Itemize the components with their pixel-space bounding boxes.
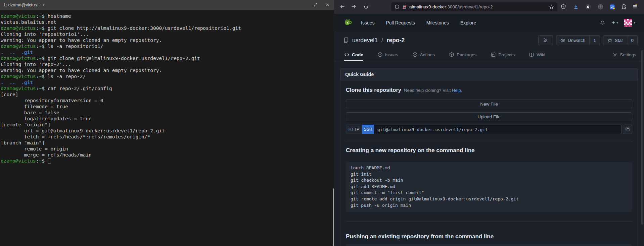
- extension-globe-icon[interactable]: [596, 2, 605, 11]
- terminal-line: dzamo@victus:~$ git clone git@almalinux9…: [1, 55, 334, 61]
- nav-item[interactable]: Pull Requests: [386, 20, 415, 25]
- tab-settings[interactable]: Settings: [612, 49, 636, 61]
- code-line: touch README.md: [351, 165, 628, 171]
- forward-icon[interactable]: [349, 2, 358, 11]
- repo-content: Quick Guide Clone this repositoryNeed he…: [334, 61, 644, 246]
- reload-icon[interactable]: [361, 2, 371, 11]
- help-prefix: Need help cloning? Visit: [404, 88, 451, 93]
- terminal-line: [remote "origin"]: [1, 122, 334, 128]
- unwatch-button[interactable]: Unwatch: [556, 35, 590, 45]
- help-link[interactable]: Help: [452, 88, 461, 93]
- star-count[interactable]: 0: [627, 35, 638, 45]
- project-board-icon: [491, 52, 496, 57]
- copy-button[interactable]: [623, 125, 632, 134]
- watch-count[interactable]: 1: [590, 35, 600, 45]
- url-host: almalinux9-docker: [409, 4, 446, 9]
- terminal-line: warning: You appear to have cloned an em…: [1, 37, 334, 43]
- tab-settings-label: Settings: [620, 52, 636, 57]
- terminal-output[interactable]: dzamo@victus:~$ hostnamevictus.balaitus.…: [0, 10, 334, 246]
- url-path: :3000/usrdevel1/repo-2: [446, 4, 493, 9]
- plus-icon: +: [611, 19, 615, 26]
- close-icon[interactable]: [323, 0, 332, 9]
- back-icon[interactable]: [338, 2, 347, 11]
- clone-url-input[interactable]: [374, 125, 622, 134]
- repo-owner-link[interactable]: usrdevel1: [352, 37, 378, 44]
- http-button[interactable]: HTTP: [346, 125, 362, 134]
- unwatch-label: Unwatch: [568, 38, 586, 43]
- gear-icon: [612, 52, 617, 57]
- terminal-line: fetch = +refs/heads/*:refs/remotes/origi…: [1, 134, 334, 140]
- star-label: Star: [615, 38, 623, 43]
- tab-code[interactable]: Code: [344, 49, 363, 61]
- nav-item[interactable]: Milestones: [426, 20, 449, 25]
- extension-blue-badge-icon[interactable]: [607, 2, 617, 11]
- tab-issues[interactable]: Issues: [377, 49, 398, 61]
- url-text[interactable]: almalinux9-docker:3000/usrdevel1/repo-2: [409, 4, 547, 9]
- ssh-button[interactable]: SSH: [362, 125, 374, 134]
- push-repo-code[interactable]: [346, 244, 632, 246]
- create-new-button[interactable]: +▾: [611, 19, 618, 26]
- code-line: git add README.md: [351, 184, 628, 190]
- terminal-line: dzamo@victus:~$ ls -a repo-2/: [1, 73, 334, 79]
- restore-window-icon[interactable]: [311, 0, 320, 9]
- terminal-line: Cloning into 'repo-2'...: [1, 61, 334, 67]
- tab-projects-label: Projects: [498, 52, 515, 57]
- terminal-scrollbar[interactable]: [333, 188, 334, 246]
- upload-file-button[interactable]: Upload File: [346, 112, 632, 121]
- repo-actions: Unwatch 1 Star 0: [538, 35, 638, 45]
- extensions-puzzle-icon[interactable]: [619, 2, 629, 11]
- tab-code-label: Code: [352, 52, 363, 57]
- rss-button[interactable]: [538, 35, 553, 45]
- gitea-nav-right: +▾ ▾: [600, 19, 635, 27]
- screen: 1: dzamo@victus:~ ▾ dzamo@victus:~$ host…: [0, 0, 644, 246]
- terminal-line: dzamo@victus:~$ hostname: [1, 13, 334, 19]
- watch-group: Unwatch 1: [556, 35, 600, 45]
- tab-issues-label: Issues: [385, 52, 398, 57]
- create-repo-heading: Creating a new repository on the command…: [346, 146, 475, 155]
- insecure-lock-icon[interactable]: [402, 4, 407, 9]
- push-repo-heading: Pushing an existing repository from the …: [346, 233, 494, 241]
- repo-name-link[interactable]: repo-2: [387, 37, 405, 44]
- terminal-line: repositoryformatversion = 0: [1, 98, 334, 104]
- tracking-shield-icon[interactable]: [395, 4, 400, 9]
- tab-packages[interactable]: Packages: [449, 49, 476, 61]
- terminal-line: . .. .git: [1, 49, 334, 55]
- code-line: git checkout -b main: [351, 177, 628, 184]
- terminal-line: dzamo@victus:~$: [1, 158, 334, 164]
- bell-icon[interactable]: [600, 20, 605, 26]
- page-scrollbar[interactable]: [641, 50, 643, 225]
- menu-icon[interactable]: [630, 2, 640, 11]
- star-button[interactable]: Star: [603, 35, 628, 45]
- quick-guide-header: Quick Guide: [340, 68, 638, 80]
- issue-circle-icon: [377, 52, 383, 57]
- terminal-line: dzamo@victus:~$ cat repo-2/.git/config: [1, 85, 334, 91]
- shield-check-icon[interactable]: [559, 2, 568, 11]
- repo-tabs: Code Issues Actions Packages: [344, 49, 545, 61]
- gitea-logo-icon[interactable]: [343, 18, 352, 27]
- user-menu[interactable]: ▾: [624, 19, 635, 27]
- terminal-line: logallrefupdates = true: [1, 116, 334, 122]
- nav-item[interactable]: Issues: [361, 20, 374, 25]
- code-line: git remote add origin git@almalinux9-doc…: [351, 196, 628, 202]
- new-file-button[interactable]: New File: [346, 100, 632, 108]
- terminal-title: 1: dzamo@victus:~: [3, 2, 41, 7]
- code-icon: [344, 52, 350, 57]
- chevron-down-icon[interactable]: ▾: [43, 3, 45, 7]
- terminal-line: victus.balaitus.net: [1, 19, 334, 25]
- nav-item[interactable]: Explore: [460, 20, 476, 25]
- help-suffix: .: [461, 88, 462, 93]
- download-icon[interactable]: [571, 2, 581, 11]
- avatar: [624, 19, 632, 27]
- terminal-line: [core]: [1, 91, 334, 98]
- guide-segment: Clone this repositoryNeed help cloning? …: [340, 80, 638, 246]
- tab-wiki[interactable]: Wiki: [529, 49, 545, 61]
- terminal-line: merge = refs/heads/main: [1, 152, 334, 158]
- terminal-titlebar[interactable]: 1: dzamo@victus:~ ▾: [0, 0, 334, 10]
- create-repo-code[interactable]: touch README.mdgit initgit checkout -b m…: [346, 162, 632, 212]
- chevron-down-icon: ▾: [634, 21, 635, 24]
- tab-actions[interactable]: Actions: [412, 49, 435, 61]
- tab-projects[interactable]: Projects: [491, 49, 515, 61]
- bookmark-star-icon[interactable]: [549, 4, 554, 9]
- extension-darkreader-icon[interactable]: [583, 2, 593, 11]
- url-bar[interactable]: almalinux9-docker:3000/usrdevel1/repo-2: [391, 2, 557, 11]
